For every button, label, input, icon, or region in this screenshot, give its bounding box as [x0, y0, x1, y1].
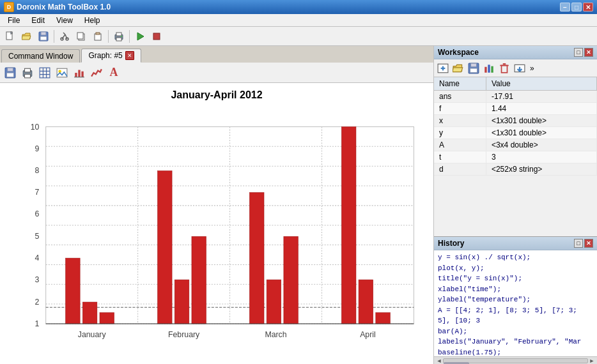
graph-bar-icon[interactable] [72, 65, 87, 80]
svg-text:1: 1 [35, 319, 40, 328]
svg-text:April: April [360, 330, 376, 339]
list-item[interactable]: labels("January", "February", "Mar [438, 337, 593, 347]
svg-text:2: 2 [35, 298, 40, 307]
ws-export-icon[interactable] [513, 61, 527, 75]
history-scrollbar[interactable]: ◄ ► [434, 356, 597, 364]
title-bar-left: D Doronix Math ToolBox 1.0 [4, 2, 111, 12]
svg-rect-34 [78, 70, 80, 77]
workspace-header-buttons: □ ✕ [574, 48, 593, 57]
tab-graph[interactable]: Graph: #5 ✕ [81, 49, 141, 63]
graph-font-icon[interactable]: A [106, 65, 121, 80]
history-restore-button[interactable]: □ [574, 239, 583, 248]
close-button[interactable]: ✕ [583, 3, 593, 11]
ws-open-icon[interactable] [451, 61, 465, 75]
svg-text:February: February [168, 330, 200, 339]
ws-more-button[interactable]: » [528, 64, 536, 73]
svg-rect-35 [81, 71, 83, 77]
run-icon[interactable] [132, 29, 148, 44]
table-row: d<252x9 string> [434, 163, 597, 176]
svg-rect-72 [359, 280, 373, 324]
title-bar: D Doronix Math ToolBox 1.0 − □ ✕ [0, 0, 597, 14]
workspace-restore-button[interactable]: □ [574, 48, 583, 57]
workspace-header: Workspace □ ✕ [434, 46, 597, 59]
svg-rect-24 [25, 68, 31, 72]
svg-rect-86 [488, 64, 490, 72]
restore-button[interactable]: □ [571, 3, 582, 11]
save-icon[interactable] [36, 29, 51, 44]
right-panel: Workspace □ ✕ [434, 46, 597, 364]
svg-rect-67 [192, 236, 206, 324]
tab-close-button[interactable]: ✕ [125, 51, 134, 60]
svg-rect-62 [66, 258, 81, 324]
svg-text:7: 7 [35, 188, 40, 197]
stop-icon[interactable] [149, 29, 164, 44]
graph-toolbar: A [0, 63, 433, 83]
toolbar-sep-2 [108, 30, 109, 43]
graph-save-icon[interactable] [3, 65, 18, 80]
svg-text:10: 10 [31, 123, 40, 132]
svg-rect-66 [174, 280, 189, 324]
cell-name: y [434, 127, 486, 139]
chart-area: January-April 2012 [0, 83, 433, 364]
new-icon[interactable] [3, 29, 18, 44]
print-icon[interactable] [111, 29, 127, 44]
graph-print-icon[interactable] [20, 65, 35, 80]
graph-grid-icon[interactable] [37, 65, 52, 80]
open-icon[interactable] [19, 29, 35, 44]
history-close-button[interactable]: ✕ [584, 239, 593, 248]
list-item[interactable]: bar(A); [438, 326, 593, 337]
cut-icon[interactable] [57, 29, 72, 44]
col-name: Name [434, 77, 486, 91]
history-content: y = sin(x) ./ sqrt(x);plot(x, y);title("… [434, 250, 597, 356]
list-item[interactable]: y = sin(x) ./ sqrt(x); [438, 252, 593, 263]
svg-text:January: January [78, 330, 107, 339]
graph-image-icon[interactable] [54, 65, 70, 80]
menu-help[interactable]: Help [79, 15, 105, 26]
main-area: Command Window Graph: #5 ✕ [0, 46, 597, 364]
graph-line-icon[interactable] [89, 65, 104, 80]
paste-icon[interactable] [90, 29, 105, 44]
list-item[interactable]: title("y = sin(x)"); [438, 273, 593, 284]
ws-delete-icon[interactable] [497, 61, 511, 75]
ws-save-icon[interactable] [467, 61, 481, 75]
list-item[interactable]: baseline(1.75); [438, 347, 593, 357]
list-item[interactable]: A = [[4; 2; 1], [8; 3; 5], [7; 3; 5], [1… [438, 305, 593, 326]
history-title: History [438, 239, 464, 248]
copy-icon[interactable] [74, 29, 89, 44]
menu-view[interactable]: View [51, 15, 78, 26]
window-controls: − □ ✕ [560, 3, 593, 11]
minimize-button[interactable]: − [560, 3, 570, 11]
cell-value: -17.91 [486, 91, 596, 103]
ws-chart-icon[interactable] [482, 61, 496, 75]
svg-rect-16 [116, 38, 121, 41]
svg-line-9 [63, 33, 65, 34]
workspace-close-button[interactable]: ✕ [584, 48, 593, 57]
list-item[interactable]: plot(x, y); [438, 263, 593, 274]
tab-command-window[interactable]: Command Window [1, 49, 80, 63]
cell-value: 3 [486, 151, 596, 163]
table-row: A<3x4 double> [434, 139, 597, 151]
tab-bar: Command Window Graph: #5 ✕ [0, 46, 433, 63]
svg-rect-64 [100, 312, 114, 323]
app-icon: D [4, 2, 14, 12]
list-item[interactable]: ylabel("temperature"); [438, 294, 593, 305]
main-toolbar [0, 27, 597, 46]
ws-new-icon[interactable] [436, 61, 450, 75]
scroll-right-btn[interactable]: ► [588, 358, 596, 364]
svg-rect-73 [376, 312, 391, 323]
menu-edit[interactable]: Edit [26, 15, 50, 26]
svg-text:8: 8 [35, 166, 40, 175]
svg-text:3: 3 [35, 275, 40, 284]
svg-rect-26 [40, 68, 50, 78]
svg-rect-21 [8, 68, 13, 72]
left-panel: Command Window Graph: #5 ✕ [0, 46, 434, 364]
scroll-thumb [444, 362, 469, 365]
svg-rect-3 [41, 32, 46, 35]
svg-rect-88 [502, 65, 508, 72]
menu-file[interactable]: File [3, 15, 25, 26]
scroll-left-btn[interactable]: ◄ [435, 358, 443, 364]
list-item[interactable]: xlabel("time"); [438, 284, 593, 295]
svg-rect-15 [116, 33, 121, 36]
table-row: t3 [434, 151, 597, 163]
scroll-track [443, 358, 588, 363]
